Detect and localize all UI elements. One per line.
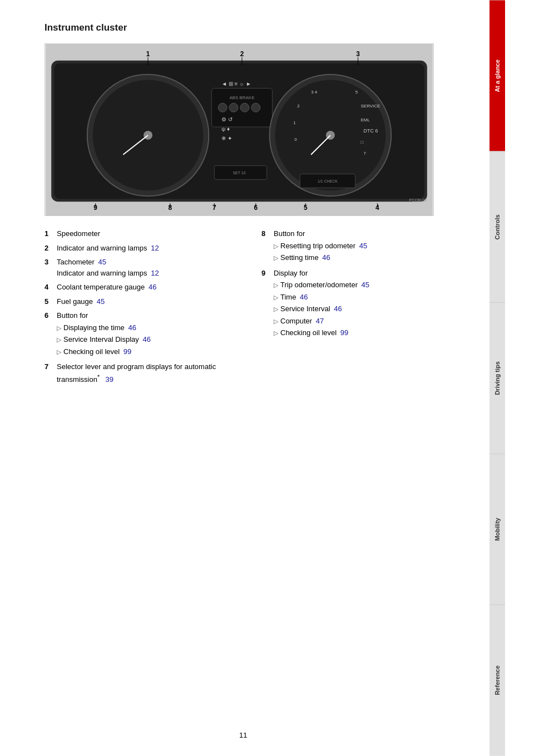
item-2-text: Indicator and warning lamps 12 [57, 243, 239, 254]
item-5: 5 Fuel gauge 45 [44, 296, 239, 307]
item-8-sub-1: ▷ Resetting trip odometer 45 [274, 240, 456, 252]
svg-text:3: 3 [356, 50, 360, 58]
sidebar-tab-controls[interactable]: Controls [490, 151, 505, 303]
item-3-text: Tachometer 45 Indicator and warning lamp… [57, 257, 239, 278]
svg-text:1: 1 [146, 50, 150, 58]
item-5-text: Fuel gauge 45 [57, 296, 239, 307]
svg-text:5: 5 [355, 90, 358, 95]
svg-text:SERVICE: SERVICE [361, 104, 380, 109]
item-3-extra-pageref[interactable]: 12 [151, 269, 159, 277]
svg-text:❄ ✦: ❄ ✦ [221, 135, 232, 141]
item-6-sub-3-pageref[interactable]: 99 [121, 346, 131, 357]
arrow-icon-2: ▷ [57, 335, 61, 345]
left-description-column: 1 Speedometer 2 Indicator and warning la… [44, 228, 239, 388]
item-4-text: Coolant temperature gauge 46 [57, 282, 239, 293]
description-columns: 1 Speedometer 2 Indicator and warning la… [44, 228, 456, 388]
item-9-text: Display for ▷ Trip odometer/odometer 45 … [274, 268, 456, 340]
sidebar-tab-driving-tips[interactable]: Driving tips [490, 302, 505, 454]
item-7-pageref[interactable]: 39 [103, 375, 113, 384]
arrow-icon-6: ▷ [274, 281, 278, 290]
item-5-number: 5 [44, 296, 57, 307]
item-6-sub-2: ▷ Service Interval Display 46 [57, 334, 239, 345]
section-title: Instrument cluster [44, 22, 456, 33]
svg-text:1/1  CHECK: 1/1 CHECK [318, 179, 338, 183]
item-6-sub-2-pageref[interactable]: 46 [141, 334, 151, 345]
item-4-number: 4 [44, 282, 57, 293]
item-7: 7 Selector lever and program displays fo… [44, 361, 239, 385]
page-number: 11 [239, 731, 247, 739]
item-8: 8 Button for ▷ Resetting trip odometer 4… [261, 228, 456, 264]
item-7-number: 7 [44, 361, 57, 372]
right-description-column: 8 Button for ▷ Resetting trip odometer 4… [261, 228, 456, 388]
item-7-text: Selector lever and program displays for … [57, 361, 239, 385]
item-6-sub-1: ▷ Displaying the time 46 [57, 322, 239, 333]
item-6-sub-1-pageref[interactable]: 46 [126, 322, 136, 333]
arrow-icon-10: ▷ [274, 328, 278, 338]
item-2: 2 Indicator and warning lamps 12 [44, 243, 239, 254]
svg-text:◄ ⊞ ≡ ☼ ►: ◄ ⊞ ≡ ☼ ► [221, 81, 251, 87]
svg-point-10 [229, 103, 238, 112]
item-8-sub-1-pageref[interactable]: 45 [357, 240, 367, 252]
arrow-icon-3: ▷ [57, 347, 61, 357]
item-4-pageref[interactable]: 46 [149, 283, 156, 291]
item-6-sub-3: ▷ Checking oil level 99 [57, 346, 239, 357]
svg-point-12 [251, 103, 260, 112]
item-3-pageref[interactable]: 45 [98, 258, 106, 266]
svg-text:0: 0 [294, 137, 297, 142]
sidebar-tab-reference[interactable]: Reference [490, 605, 505, 756]
item-9-number: 9 [261, 268, 274, 279]
item-1-text: Speedometer [57, 228, 239, 239]
item-1: 1 Speedometer [44, 228, 239, 239]
item-6-text: Button for ▷ Displaying the time 46 ▷ Se… [57, 310, 239, 358]
item-5-pageref[interactable]: 45 [97, 297, 105, 306]
item-9-sub-1: ▷ Trip odometer/odometer 45 [274, 279, 456, 291]
svg-text:ψ ♦: ψ ♦ [221, 126, 230, 132]
cluster-image: ABS BRAKE ◄ ⊞ ≡ ☼ ► ⚙ ↺ ψ ♦ ❄ ✦ 3 4 2 5 … [44, 43, 434, 216]
item-6: 6 Button for ▷ Displaying the time 46 ▷ … [44, 310, 239, 358]
main-content: Instrument cluster ABS BRAKE [0, 0, 490, 756]
svg-text:EML: EML [361, 117, 370, 122]
svg-point-11 [240, 103, 249, 112]
arrow-icon-7: ▷ [274, 293, 278, 302]
svg-text:⚙ ↺: ⚙ ↺ [221, 116, 233, 122]
item-9-sub-4: ▷ Computer 47 [274, 316, 456, 327]
item-9-sub-5-pageref[interactable]: 99 [338, 327, 348, 338]
item-3-number: 3 [44, 257, 57, 268]
item-9-sub-5: ▷ Checking oil level 99 [274, 327, 456, 338]
item-6-number: 6 [44, 310, 57, 321]
arrow-icon-8: ▷ [274, 305, 278, 314]
svg-point-9 [218, 103, 227, 112]
item-8-subitems: ▷ Resetting trip odometer 45 ▷ Setting t… [274, 240, 456, 263]
svg-text:PCCBU30: PCCBU30 [409, 198, 427, 202]
arrow-icon-4: ▷ [274, 242, 278, 251]
svg-text:2: 2 [240, 50, 244, 58]
arrow-icon-9: ▷ [274, 317, 278, 326]
item-8-number: 8 [261, 228, 274, 239]
arrow-icon-5: ▷ [274, 253, 278, 263]
svg-text:3  4: 3 4 [311, 90, 318, 95]
item-3: 3 Tachometer 45 Indicator and warning la… [44, 257, 239, 278]
svg-text:1: 1 [293, 120, 296, 125]
sidebar-tab-mobility[interactable]: Mobility [490, 454, 505, 605]
item-9-sub-2-pageref[interactable]: 46 [298, 292, 308, 303]
svg-text:□: □ [361, 140, 364, 145]
svg-text:DTC 6: DTC 6 [364, 128, 378, 134]
item-4: 4 Coolant temperature gauge 46 [44, 282, 239, 293]
svg-text:SET  10: SET 10 [233, 171, 245, 175]
item-2-pageref[interactable]: 12 [151, 244, 159, 252]
sidebar-tab-at-a-glance[interactable]: At a glance [490, 0, 505, 151]
item-9-sub-2: ▷ Time 46 [274, 292, 456, 303]
item-6-subitems: ▷ Displaying the time 46 ▷ Service Inter… [57, 322, 239, 357]
item-9-sub-3: ▷ Service Interval 46 [274, 303, 456, 315]
svg-text:2: 2 [297, 104, 300, 109]
item-9-sub-1-pageref[interactable]: 45 [359, 279, 369, 291]
item-9: 9 Display for ▷ Trip odometer/odometer 4… [261, 268, 456, 340]
item-9-sub-3-pageref[interactable]: 46 [332, 303, 342, 315]
item-8-sub-2-pageref[interactable]: 46 [320, 252, 330, 263]
item-1-number: 1 [44, 228, 57, 239]
item-8-text: Button for ▷ Resetting trip odometer 45 … [274, 228, 456, 264]
item-9-subitems: ▷ Trip odometer/odometer 45 ▷ Time 46 ▷ … [274, 279, 456, 338]
item-9-sub-4-pageref[interactable]: 47 [314, 316, 324, 327]
item-8-sub-2: ▷ Setting time 46 [274, 252, 456, 263]
arrow-icon-1: ▷ [57, 323, 61, 333]
